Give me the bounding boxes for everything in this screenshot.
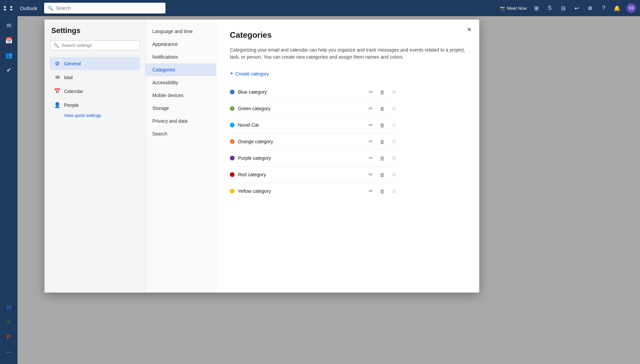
settings-search-icon: 🔍 (54, 43, 59, 48)
content-area: Settings 🔍 ⚙ General ✉ Mail 📅 Calendar (18, 16, 640, 364)
category-item-yellow: Yellow category ✏ 🗑 ☆ (230, 183, 398, 199)
app-body: ✉ 📅 👥 ✔ W X P ··· Settings 🔍 (0, 16, 640, 364)
sidebar-item-powerpoint[interactable]: P (2, 330, 16, 344)
settings-search-input[interactable] (62, 43, 136, 48)
settings-nav-general[interactable]: ⚙ General (50, 57, 140, 70)
global-search-input[interactable] (56, 5, 162, 11)
help-icon[interactable]: ? (600, 5, 608, 11)
global-search-icon: 🔍 (48, 5, 53, 11)
global-search-bar[interactable]: 🔍 (44, 3, 165, 13)
category-name-novel-cat: Novel Cat (238, 122, 363, 128)
subnav-privacy-and-data[interactable]: Privacy and data (146, 115, 216, 127)
settings-nav-mail[interactable]: ✉ Mail (50, 71, 140, 84)
settings-main-content: ✕ Categories Categorizing your email and… (216, 20, 479, 293)
people-icon: 👤 (54, 102, 61, 108)
settings-icon[interactable]: ⚙ (586, 5, 594, 11)
category-dot-yellow (230, 189, 235, 193)
plus-icon: + (230, 70, 234, 77)
sidebar-item-mail[interactable]: ✉ (2, 19, 16, 32)
subnav-appearance[interactable]: Appearance (146, 38, 216, 51)
sidebar-item-tasks[interactable]: ✔ (2, 63, 16, 77)
favorite-blue-button[interactable]: ☆ (389, 87, 398, 97)
general-icon: ⚙ (54, 60, 61, 67)
category-name-yellow: Yellow category (238, 188, 363, 194)
mail-icon: ✉ (54, 74, 61, 81)
view-quick-settings-link[interactable]: View quick settings (50, 113, 140, 118)
subnav-notifications[interactable]: Notifications (146, 51, 216, 63)
subnav-categories[interactable]: Categories (146, 63, 216, 76)
favorite-red-button[interactable]: ☆ (389, 170, 398, 179)
sidebar-item-excel[interactable]: X (2, 315, 16, 329)
settings-left-panel: Settings 🔍 ⚙ General ✉ Mail 📅 Calendar (44, 20, 146, 293)
edit-novel-cat-button[interactable]: ✏ (366, 120, 375, 130)
notification-icon[interactable]: 🔔 (613, 5, 621, 11)
category-list: Blue category ✏ 🗑 ☆ Green category ✏ (230, 84, 398, 199)
left-sidebar: ✉ 📅 👥 ✔ W X P ··· (0, 16, 18, 364)
category-actions-blue: ✏ 🗑 ☆ (366, 87, 398, 97)
modal-close-button[interactable]: ✕ (464, 24, 475, 35)
delete-novel-cat-button[interactable]: 🗑 (377, 120, 387, 130)
category-item-purple: Purple category ✏ 🗑 ☆ (230, 150, 398, 166)
edit-blue-button[interactable]: ✏ (366, 87, 375, 97)
delete-red-button[interactable]: 🗑 (377, 170, 387, 179)
delete-green-button[interactable]: 🗑 (377, 104, 387, 113)
undo-icon[interactable]: ↩ (573, 5, 581, 11)
category-item-novel-cat: Novel Cat ✏ 🗑 ☆ (230, 117, 398, 133)
category-name-purple: Purple category (238, 155, 363, 161)
category-dot-novel-cat (230, 123, 235, 127)
delete-yellow-button[interactable]: 🗑 (377, 186, 387, 196)
sidebar-item-calendar[interactable]: 📅 (2, 34, 16, 47)
create-category-button[interactable]: + Create category (230, 70, 466, 77)
settings-nav-people[interactable]: 👤 People (50, 98, 140, 112)
favorite-yellow-button[interactable]: ☆ (389, 186, 398, 196)
camera-icon: 📷 (500, 6, 505, 11)
favorite-green-button[interactable]: ☆ (389, 104, 398, 113)
subnav-language-and-time[interactable]: Language and time (146, 25, 216, 38)
edit-yellow-button[interactable]: ✏ (366, 186, 375, 196)
favorite-orange-button[interactable]: ☆ (389, 137, 398, 146)
category-actions-yellow: ✏ 🗑 ☆ (366, 186, 398, 196)
category-dot-purple (230, 156, 235, 160)
taskbar-actions: 📷 Meet Now ⊞ S ⊟ ↩ ⚙ ? 🔔 VJ (500, 3, 636, 13)
delete-orange-button[interactable]: 🗑 (377, 137, 387, 146)
meet-now-button[interactable]: 📷 Meet Now (500, 6, 527, 11)
subnav-search[interactable]: Search (146, 127, 216, 140)
delete-blue-button[interactable]: 🗑 (377, 87, 387, 97)
delete-purple-button[interactable]: 🗑 (377, 153, 387, 163)
edit-orange-button[interactable]: ✏ (366, 137, 375, 146)
category-item-blue: Blue category ✏ 🗑 ☆ (230, 84, 398, 100)
subnav-mobile-devices[interactable]: Mobile devices (146, 89, 216, 102)
settings-search-bar[interactable]: 🔍 (50, 40, 140, 50)
skype-icon[interactable]: S (546, 5, 554, 11)
category-item-green: Green category ✏ 🗑 ☆ (230, 100, 398, 117)
categories-title: Categories (230, 30, 466, 40)
subnav-accessibility[interactable]: Accessibility (146, 76, 216, 89)
app-launcher-icon[interactable] (4, 6, 16, 10)
settings-modal: Settings 🔍 ⚙ General ✉ Mail 📅 Calendar (44, 20, 479, 293)
settings-sub-nav: Language and time Appearance Notificatio… (146, 20, 216, 293)
subnav-storage[interactable]: Storage (146, 102, 216, 115)
category-actions-purple: ✏ 🗑 ☆ (366, 153, 398, 163)
category-item-red: Red category ✏ 🗑 ☆ (230, 166, 398, 183)
edit-purple-button[interactable]: ✏ (366, 153, 375, 163)
avatar[interactable]: VJ (627, 3, 636, 13)
favorite-novel-cat-button[interactable]: ☆ (389, 120, 398, 130)
category-actions-red: ✏ 🗑 ☆ (366, 170, 398, 179)
category-item-orange: Orange category ✏ 🗑 ☆ (230, 133, 398, 150)
category-name-orange: Orange category (238, 139, 363, 144)
category-actions-orange: ✏ 🗑 ☆ (366, 137, 398, 146)
sidebar-item-people[interactable]: 👥 (2, 49, 16, 62)
apps-icon[interactable]: ⊞ (532, 5, 540, 11)
category-dot-orange (230, 139, 235, 144)
favorite-purple-button[interactable]: ☆ (389, 153, 398, 163)
layout-icon[interactable]: ⊟ (559, 5, 567, 11)
category-actions-novel-cat: ✏ 🗑 ☆ (366, 120, 398, 130)
settings-nav-calendar[interactable]: 📅 Calendar (50, 85, 140, 98)
category-dot-blue (230, 90, 235, 94)
sidebar-expand-icon[interactable]: ··· (2, 345, 16, 359)
edit-red-button[interactable]: ✏ (366, 170, 375, 179)
sidebar-item-word[interactable]: W (2, 301, 16, 314)
calendar-icon: 📅 (54, 88, 61, 94)
edit-green-button[interactable]: ✏ (366, 104, 375, 113)
taskbar: Outlook 🔍 📷 Meet Now ⊞ S ⊟ ↩ ⚙ ? 🔔 VJ (0, 0, 640, 16)
